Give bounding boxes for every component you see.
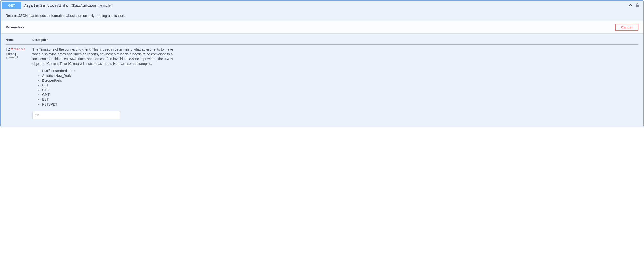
lock-icon[interactable] <box>635 3 640 8</box>
list-item: Europe/Paris <box>42 78 638 83</box>
parameter-input[interactable] <box>32 111 120 119</box>
parameter-examples-list: Pacific Standard Time America/New_York E… <box>32 69 638 107</box>
list-item: GMT <box>42 92 638 97</box>
parameter-type: string <box>6 52 32 56</box>
operation-block: GET /SystemService/Info XData Applicatio… <box>0 0 644 127</box>
table-header-name: Name <box>6 38 32 45</box>
parameters-header: Parameters Cancel <box>1 21 643 33</box>
operation-path: /SystemService/Info <box>22 3 71 8</box>
list-item: America/New_York <box>42 73 638 78</box>
operation-body: Returns JSON that includes information a… <box>1 10 643 127</box>
chevron-up-icon[interactable] <box>628 3 633 8</box>
parameters-title: Parameters <box>6 25 615 29</box>
required-star-icon: * <box>10 47 13 52</box>
parameter-row: TZ*required string (query) The TimeZone … <box>6 45 638 122</box>
table-header-description: Description <box>32 38 638 45</box>
list-item: EET <box>42 83 638 88</box>
required-label: required <box>13 48 25 50</box>
parameter-name: TZ*required <box>6 47 32 52</box>
list-item: Pacific Standard Time <box>42 69 638 73</box>
http-method-badge: GET <box>2 2 22 9</box>
parameters-table: Name Description TZ*required string (que… <box>6 38 638 122</box>
parameter-description: The TimeZone of the connecting client. T… <box>32 47 176 66</box>
list-item: UTC <box>42 88 638 93</box>
list-item: PST8PDT <box>42 102 638 107</box>
operation-summary[interactable]: GET /SystemService/Info XData Applicatio… <box>1 1 643 10</box>
cancel-button[interactable]: Cancel <box>615 23 638 31</box>
operation-description: Returns JSON that includes information a… <box>1 10 643 21</box>
operation-summary-text: XData Application Information <box>71 4 628 7</box>
parameter-in: (query) <box>6 56 32 59</box>
list-item: EST <box>42 97 638 102</box>
